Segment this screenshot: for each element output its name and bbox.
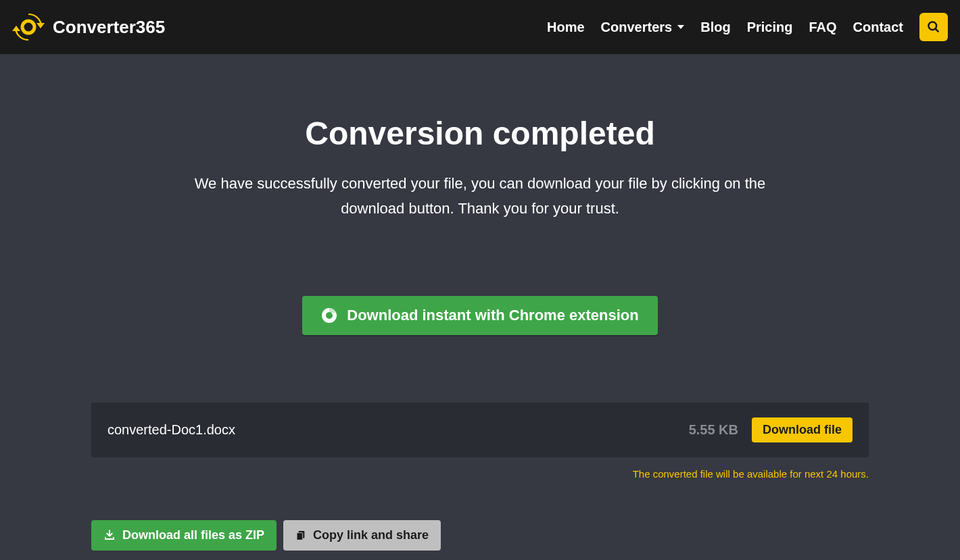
caret-down-icon: [677, 25, 684, 29]
file-right: 5.55 KB Download file: [689, 417, 853, 442]
nav: Home Converters Blog Pricing FAQ Contact: [547, 13, 948, 41]
nav-home[interactable]: Home: [547, 20, 585, 35]
logo-icon: [12, 11, 45, 43]
svg-point-0: [22, 21, 34, 33]
header: Converter365 Home Converters Blog Pricin…: [0, 0, 960, 54]
main: Conversion completed We have successfull…: [0, 54, 960, 560]
brand-name: Converter365: [53, 17, 165, 38]
search-button[interactable]: [919, 13, 948, 41]
actions-row: Download all files as ZIP Copy link and …: [91, 520, 869, 551]
search-icon: [927, 20, 940, 34]
chrome-icon: [321, 307, 337, 324]
file-row: converted-Doc1.docx 5.55 KB Download fil…: [91, 403, 869, 457]
copy-icon: [295, 529, 306, 541]
nav-faq[interactable]: FAQ: [809, 20, 836, 35]
nav-blog[interactable]: Blog: [700, 20, 730, 35]
availability-notice: The converted file will be available for…: [91, 468, 869, 480]
copy-link-button[interactable]: Copy link and share: [283, 520, 441, 551]
download-zip-button[interactable]: Download all files as ZIP: [91, 520, 277, 551]
chrome-extension-label: Download instant with Chrome extension: [347, 307, 638, 324]
page-title: Conversion completed: [0, 115, 960, 152]
file-size: 5.55 KB: [689, 422, 738, 438]
nav-converters[interactable]: Converters: [601, 20, 685, 35]
page-subtitle: We have successfully converted your file…: [176, 171, 784, 222]
svg-rect-6: [297, 533, 303, 540]
logo[interactable]: Converter365: [12, 11, 165, 43]
nav-converters-label: Converters: [601, 20, 673, 35]
download-file-button[interactable]: Download file: [752, 417, 853, 442]
download-zip-label: Download all files as ZIP: [122, 528, 264, 542]
copy-link-label: Copy link and share: [313, 528, 429, 542]
svg-line-2: [936, 29, 938, 32]
nav-contact[interactable]: Contact: [853, 20, 903, 35]
download-icon: [103, 529, 116, 541]
file-panel: converted-Doc1.docx 5.55 KB Download fil…: [91, 403, 869, 560]
chrome-extension-button[interactable]: Download instant with Chrome extension: [302, 296, 657, 335]
svg-point-4: [326, 312, 333, 319]
nav-pricing[interactable]: Pricing: [747, 20, 793, 35]
file-name: converted-Doc1.docx: [107, 422, 235, 438]
